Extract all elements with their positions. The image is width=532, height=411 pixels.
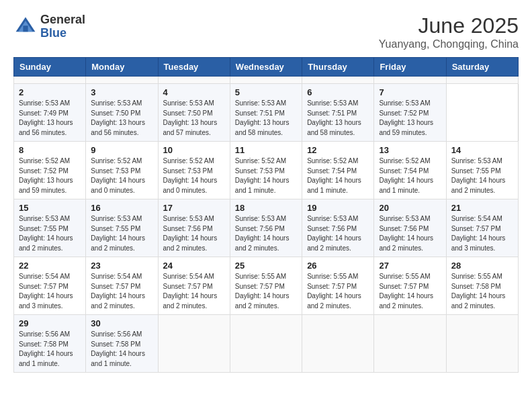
page-header: General Blue June 2025 Yuanyang, Chongqi… — [13, 13, 519, 50]
day-info: Sunrise: 5:53 AMSunset: 7:52 PMDaylight:… — [379, 99, 441, 138]
day-number: 21 — [451, 203, 513, 213]
calendar-day-cell: 25Sunrise: 5:55 AMSunset: 7:57 PMDayligh… — [230, 257, 302, 315]
logo: General Blue — [13, 13, 85, 40]
calendar-week-row: 29Sunrise: 5:56 AMSunset: 7:58 PMDayligh… — [14, 315, 519, 373]
day-info: Sunrise: 5:53 AMSunset: 7:50 PMDaylight:… — [163, 99, 225, 138]
day-number: 26 — [307, 261, 369, 271]
calendar-day-cell: 18Sunrise: 5:53 AMSunset: 7:56 PMDayligh… — [230, 199, 302, 257]
day-number: 19 — [307, 203, 369, 213]
day-of-week-header: Sunday — [14, 58, 86, 77]
calendar-week-row — [14, 77, 519, 84]
day-number: 6 — [307, 87, 369, 97]
day-of-week-header: Tuesday — [158, 58, 230, 77]
calendar-day-cell: 3Sunrise: 5:53 AMSunset: 7:50 PMDaylight… — [86, 84, 158, 142]
day-info: Sunrise: 5:53 AMSunset: 7:51 PMDaylight:… — [307, 99, 369, 138]
day-number: 24 — [163, 261, 225, 271]
calendar-day-cell — [374, 77, 446, 84]
calendar-header-row: SundayMondayTuesdayWednesdayThursdayFrid… — [14, 58, 519, 77]
day-of-week-header: Monday — [86, 58, 158, 77]
day-number: 7 — [379, 87, 441, 97]
calendar-location: Yuanyang, Chongqing, China — [379, 38, 519, 50]
calendar-day-cell: 23Sunrise: 5:54 AMSunset: 7:57 PMDayligh… — [86, 257, 158, 315]
day-number: 20 — [379, 203, 441, 213]
calendar-table: SundayMondayTuesdayWednesdayThursdayFrid… — [13, 57, 519, 373]
calendar-day-cell: 6Sunrise: 5:53 AMSunset: 7:51 PMDaylight… — [302, 84, 374, 142]
calendar-day-cell: 30Sunrise: 5:56 AMSunset: 7:58 PMDayligh… — [86, 315, 158, 373]
calendar-day-cell: 27Sunrise: 5:55 AMSunset: 7:57 PMDayligh… — [374, 257, 446, 315]
calendar-day-cell — [374, 315, 446, 373]
calendar-day-cell: 24Sunrise: 5:54 AMSunset: 7:57 PMDayligh… — [158, 257, 230, 315]
calendar-day-cell: 29Sunrise: 5:56 AMSunset: 7:58 PMDayligh… — [14, 315, 86, 373]
calendar-day-cell: 4Sunrise: 5:53 AMSunset: 7:50 PMDaylight… — [158, 84, 230, 142]
day-number: 28 — [451, 261, 513, 271]
day-number: 22 — [19, 261, 81, 271]
day-number: 17 — [163, 203, 225, 213]
day-info: Sunrise: 5:53 AMSunset: 7:55 PMDaylight:… — [91, 214, 152, 253]
day-info: Sunrise: 5:52 AMSunset: 7:54 PMDaylight:… — [379, 156, 441, 195]
day-info: Sunrise: 5:53 AMSunset: 7:51 PMDaylight:… — [235, 99, 297, 138]
calendar-day-cell — [86, 77, 158, 84]
calendar-day-cell: 21Sunrise: 5:54 AMSunset: 7:57 PMDayligh… — [446, 199, 518, 257]
day-number: 13 — [379, 145, 441, 155]
calendar-day-cell — [446, 77, 518, 84]
calendar-day-cell — [230, 315, 302, 373]
calendar-day-cell: 15Sunrise: 5:53 AMSunset: 7:55 PMDayligh… — [14, 199, 86, 257]
day-of-week-header: Thursday — [302, 58, 374, 77]
calendar-day-cell: 16Sunrise: 5:53 AMSunset: 7:55 PMDayligh… — [86, 199, 158, 257]
calendar-title: June 2025 — [379, 13, 519, 38]
day-info: Sunrise: 5:55 AMSunset: 7:57 PMDaylight:… — [379, 272, 441, 311]
calendar-day-cell: 14Sunrise: 5:53 AMSunset: 7:55 PMDayligh… — [446, 142, 518, 199]
svg-rect-2 — [23, 26, 28, 32]
calendar-day-cell: 26Sunrise: 5:55 AMSunset: 7:57 PMDayligh… — [302, 257, 374, 315]
calendar-week-row: 15Sunrise: 5:53 AMSunset: 7:55 PMDayligh… — [14, 199, 519, 257]
calendar-day-cell — [230, 77, 302, 84]
calendar-day-cell: 20Sunrise: 5:53 AMSunset: 7:56 PMDayligh… — [374, 199, 446, 257]
calendar-week-row: 22Sunrise: 5:54 AMSunset: 7:57 PMDayligh… — [14, 257, 519, 315]
day-info: Sunrise: 5:53 AMSunset: 7:56 PMDaylight:… — [163, 214, 225, 253]
day-number: 18 — [235, 203, 297, 213]
calendar-day-cell: 19Sunrise: 5:53 AMSunset: 7:56 PMDayligh… — [302, 199, 374, 257]
day-number: 15 — [19, 203, 81, 213]
calendar-day-cell — [446, 315, 518, 373]
day-number: 25 — [235, 261, 297, 271]
day-info: Sunrise: 5:53 AMSunset: 7:55 PMDaylight:… — [451, 156, 513, 195]
day-number: 11 — [235, 145, 297, 155]
day-of-week-header: Friday — [374, 58, 446, 77]
calendar-day-cell: 28Sunrise: 5:55 AMSunset: 7:58 PMDayligh… — [446, 257, 518, 315]
calendar-day-cell — [14, 77, 86, 84]
calendar-day-cell — [158, 77, 230, 84]
day-number: 30 — [91, 318, 152, 328]
day-info: Sunrise: 5:55 AMSunset: 7:57 PMDaylight:… — [307, 272, 369, 311]
day-info: Sunrise: 5:54 AMSunset: 7:57 PMDaylight:… — [163, 272, 225, 311]
calendar-day-cell: 2Sunrise: 5:53 AMSunset: 7:49 PMDaylight… — [14, 84, 86, 142]
day-number: 3 — [91, 87, 152, 97]
day-number: 12 — [307, 145, 369, 155]
calendar-day-cell: 10Sunrise: 5:52 AMSunset: 7:53 PMDayligh… — [158, 142, 230, 199]
day-info: Sunrise: 5:52 AMSunset: 7:54 PMDaylight:… — [307, 156, 369, 195]
day-number: 10 — [163, 145, 225, 155]
day-info: Sunrise: 5:52 AMSunset: 7:52 PMDaylight:… — [19, 156, 81, 195]
day-number: 29 — [19, 318, 81, 328]
day-number: 8 — [19, 145, 81, 155]
day-info: Sunrise: 5:52 AMSunset: 7:53 PMDaylight:… — [235, 156, 297, 195]
day-info: Sunrise: 5:55 AMSunset: 7:57 PMDaylight:… — [235, 272, 297, 311]
calendar-day-cell: 17Sunrise: 5:53 AMSunset: 7:56 PMDayligh… — [158, 199, 230, 257]
day-of-week-header: Wednesday — [230, 58, 302, 77]
day-number: 4 — [163, 87, 225, 97]
calendar-day-cell: 7Sunrise: 5:53 AMSunset: 7:52 PMDaylight… — [374, 84, 446, 142]
day-info: Sunrise: 5:55 AMSunset: 7:58 PMDaylight:… — [451, 272, 513, 311]
calendar-day-cell: 9Sunrise: 5:52 AMSunset: 7:53 PMDaylight… — [86, 142, 158, 199]
calendar-day-cell: 11Sunrise: 5:52 AMSunset: 7:53 PMDayligh… — [230, 142, 302, 199]
day-number: 5 — [235, 87, 297, 97]
day-info: Sunrise: 5:54 AMSunset: 7:57 PMDaylight:… — [19, 272, 81, 311]
calendar-day-cell: 12Sunrise: 5:52 AMSunset: 7:54 PMDayligh… — [302, 142, 374, 199]
day-info: Sunrise: 5:53 AMSunset: 7:50 PMDaylight:… — [91, 99, 152, 138]
logo-blue-text: Blue — [40, 27, 85, 40]
day-of-week-header: Saturday — [446, 58, 518, 77]
calendar-week-row: 8Sunrise: 5:52 AMSunset: 7:52 PMDaylight… — [14, 142, 519, 199]
logo-icon — [13, 15, 38, 39]
calendar-day-cell: 13Sunrise: 5:52 AMSunset: 7:54 PMDayligh… — [374, 142, 446, 199]
day-info: Sunrise: 5:53 AMSunset: 7:56 PMDaylight:… — [379, 214, 441, 253]
day-info: Sunrise: 5:52 AMSunset: 7:53 PMDaylight:… — [163, 156, 225, 195]
day-info: Sunrise: 5:52 AMSunset: 7:53 PMDaylight:… — [91, 156, 152, 195]
